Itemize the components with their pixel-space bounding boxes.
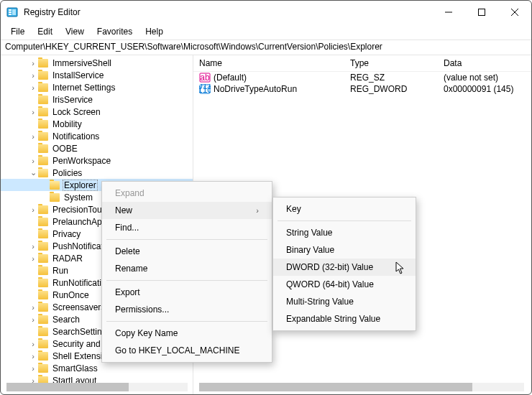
folder-icon [38,71,48,80]
ctx-new-item-binary-value[interactable]: Binary Value [273,241,416,259]
ctx-item-export[interactable]: Export [102,284,272,301]
chevron-right-icon[interactable]: › [28,83,38,92]
chevron-right-icon[interactable]: › [28,340,38,348]
chevron-right-icon[interactable]: › [28,71,38,80]
menu-help[interactable]: Help [139,25,169,38]
ctx-item-find[interactable]: Find... [102,219,272,236]
tree-item[interactable]: Mobility [1,118,193,130]
scrollbar-thumb[interactable] [6,383,129,391]
tree-item-label: InstallService [51,70,105,80]
tree-item[interactable]: OOBE [1,142,193,154]
chevron-right-icon[interactable]: › [28,157,38,165]
ctx-new-item-qword-64-bit-value[interactable]: QWORD (64-bit) Value [273,276,416,293]
ctx-new-item-string-value[interactable]: String Value [273,224,416,241]
reg-binary-icon: 011110 [199,84,211,94]
ctx-item-new[interactable]: New› [102,202,272,219]
ctx-item-permissions[interactable]: Permissions... [102,301,272,318]
menu-item-label: Find... [115,223,139,233]
chevron-right-icon[interactable]: › [28,315,38,324]
folder-icon [38,157,48,165]
value-type: REG_DWORD [350,84,444,94]
ctx-item-delete[interactable]: Delete [102,243,272,260]
value-row[interactable]: ab(Default)REG_SZ(value not set) [193,72,531,83]
folder-icon [50,193,60,202]
svg-rect-6 [479,9,485,16]
tree-scrollbar[interactable] [6,383,188,391]
tree-item[interactable]: ›Notifications [1,130,193,142]
values-scrollbar[interactable] [199,383,524,391]
window-title: Registry Editor [24,7,81,17]
menu-item-label: New [115,205,132,215]
svg-rect-2 [9,11,12,13]
tree-item[interactable]: ›SmartGlass [1,362,193,374]
menu-bar: File Edit View Favorites Help [1,24,531,40]
col-name[interactable]: Name [199,58,350,68]
content-area: ›ImmersiveShell›InstallService›Internet … [1,55,531,394]
chevron-right-icon[interactable]: › [28,364,38,373]
chevron-right-icon[interactable]: › [28,242,38,251]
menu-item-label: Copy Key Name [115,328,178,338]
menu-view[interactable]: View [60,25,90,38]
tree-item[interactable]: ⌄Policies [1,167,193,179]
value-type: REG_SZ [350,73,444,83]
svg-text:110: 110 [199,85,211,94]
menu-file[interactable]: File [5,25,30,38]
folder-icon [38,205,48,214]
menu-item-label: Delete [115,246,140,256]
tree-item-label: PenWorkspace [51,156,112,166]
tree-item[interactable]: ›PenWorkspace [1,154,193,167]
ctx-new-item-multi-string-value[interactable]: Multi-String Value [273,293,416,310]
chevron-right-icon[interactable]: › [28,59,38,68]
chevron-right-icon[interactable]: › [28,352,38,361]
ctx-item-copy-key-name[interactable]: Copy Key Name [102,325,272,342]
ctx-item-rename[interactable]: Rename [102,260,272,277]
close-button[interactable] [498,1,531,24]
menu-favorites[interactable]: Favorites [91,25,138,38]
menu-item-label: DWORD (32-bit) Value [286,262,373,272]
col-data[interactable]: Data [444,58,526,68]
col-type[interactable]: Type [350,58,444,68]
folder-icon [38,291,48,299]
menu-edit[interactable]: Edit [32,25,58,38]
chevron-right-icon[interactable]: › [28,254,38,263]
minimize-button[interactable] [432,1,465,24]
folder-icon [38,364,48,373]
chevron-right-icon[interactable]: › [28,132,38,141]
menu-item-label: Go to HKEY_LOCAL_MACHINE [115,345,239,356]
chevron-right-icon[interactable]: › [28,205,38,214]
folder-icon [38,132,48,141]
menu-separator [278,220,411,221]
folder-icon [38,230,48,238]
ctx-new-item-expandable-string-value[interactable]: Expandable String Value [273,310,416,327]
scrollbar-thumb[interactable] [199,383,472,391]
tree-item-label: Lock Screen [51,107,102,117]
value-data: (value not set) [444,73,526,83]
tree-item-label: Notifications [51,131,101,141]
folder-icon [38,242,48,251]
svg-rect-3 [9,14,12,15]
address-path: Computer\HKEY_CURRENT_USER\Software\Micr… [5,42,382,52]
ctx-new-item-key[interactable]: Key [273,200,416,218]
tree-item[interactable]: ›ImmersiveShell [1,57,193,69]
tree-item[interactable]: IrisService [1,93,193,106]
folder-icon [38,315,48,324]
title-bar: Registry Editor [1,1,531,24]
folder-icon [38,108,48,116]
tree-item[interactable]: ›Internet Settings [1,81,193,93]
maximize-button[interactable] [465,1,498,24]
tree-item-label: Run [51,266,70,276]
chevron-right-icon[interactable]: › [28,108,38,116]
chevron-right-icon: › [256,206,259,215]
ctx-new-item-dword-32-bit-value[interactable]: DWORD (32-bit) Value [273,259,416,276]
chevron-right-icon[interactable]: › [28,303,38,312]
value-row[interactable]: 011110NoDriveTypeAutoRunREG_DWORD0x00000… [193,83,531,95]
ctx-item-go-to-hkey-local-machine[interactable]: Go to HKEY_LOCAL_MACHINE [102,342,272,359]
menu-item-label: Key [286,204,301,214]
tree-item[interactable]: ›InstallService [1,69,193,81]
tree-item-label: Screensavers [51,302,106,312]
tree-item[interactable]: ›Lock Screen [1,106,193,118]
menu-item-label: Rename [115,264,147,274]
chevron-down-icon[interactable]: ⌄ [28,168,38,177]
menu-item-label: QWORD (64-bit) Value [286,279,374,289]
address-bar[interactable]: Computer\HKEY_CURRENT_USER\Software\Micr… [1,40,531,55]
